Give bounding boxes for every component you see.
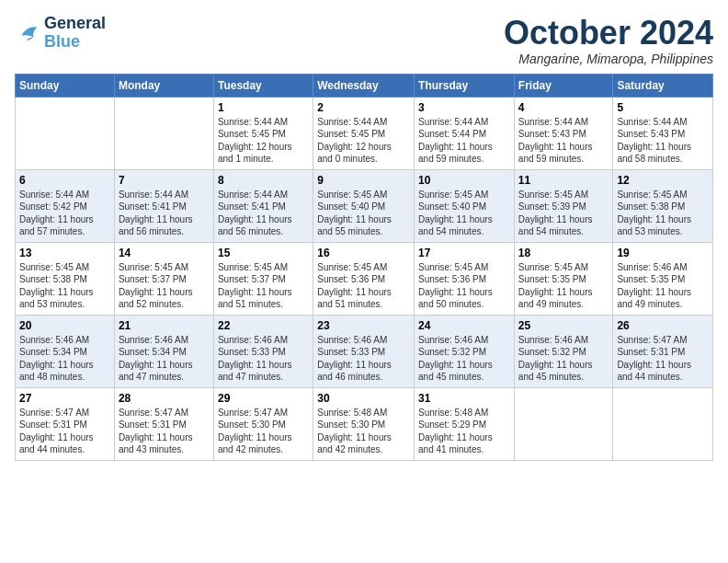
calendar-cell: 22Sunrise: 5:46 AM Sunset: 5:33 PM Dayli… [213, 315, 313, 387]
day-number: 25 [518, 319, 609, 332]
calendar-cell: 2Sunrise: 5:44 AM Sunset: 5:45 PM Daylig… [313, 97, 415, 169]
column-header-sunday: Sunday [16, 74, 115, 97]
week-row-0: 1Sunrise: 5:44 AM Sunset: 5:45 PM Daylig… [16, 97, 713, 169]
calendar-table: SundayMondayTuesdayWednesdayThursdayFrid… [15, 74, 713, 461]
column-header-monday: Monday [114, 74, 213, 97]
day-info: Sunrise: 5:45 AM Sunset: 5:39 PM Dayligh… [518, 189, 609, 238]
calendar-cell: 28Sunrise: 5:47 AM Sunset: 5:31 PM Dayli… [114, 387, 213, 460]
day-info: Sunrise: 5:44 AM Sunset: 5:41 PM Dayligh… [119, 189, 210, 238]
calendar-cell: 12Sunrise: 5:45 AM Sunset: 5:38 PM Dayli… [613, 169, 713, 242]
day-info: Sunrise: 5:44 AM Sunset: 5:43 PM Dayligh… [518, 116, 609, 166]
day-info: Sunrise: 5:44 AM Sunset: 5:43 PM Dayligh… [617, 116, 709, 166]
page-header: GeneralBlue October 2024 Mangarine, Mima… [15, 15, 713, 66]
day-info: Sunrise: 5:45 AM Sunset: 5:40 PM Dayligh… [317, 189, 410, 238]
day-info: Sunrise: 5:44 AM Sunset: 5:45 PM Dayligh… [218, 116, 309, 166]
day-info: Sunrise: 5:45 AM Sunset: 5:38 PM Dayligh… [19, 261, 110, 311]
day-info: Sunrise: 5:45 AM Sunset: 5:36 PM Dayligh… [317, 261, 410, 311]
calendar-cell: 11Sunrise: 5:45 AM Sunset: 5:39 PM Dayli… [514, 169, 613, 242]
day-number: 26 [617, 319, 709, 332]
day-info: Sunrise: 5:48 AM Sunset: 5:30 PM Dayligh… [317, 407, 410, 456]
calendar-cell: 10Sunrise: 5:45 AM Sunset: 5:40 PM Dayli… [415, 169, 515, 242]
day-info: Sunrise: 5:45 AM Sunset: 5:38 PM Dayligh… [617, 189, 709, 238]
calendar-cell: 20Sunrise: 5:46 AM Sunset: 5:34 PM Dayli… [16, 315, 115, 387]
day-number: 17 [418, 247, 510, 259]
day-number: 18 [518, 247, 609, 259]
day-number: 31 [418, 392, 510, 405]
day-number: 27 [19, 392, 110, 405]
day-number: 4 [518, 101, 609, 114]
day-info: Sunrise: 5:44 AM Sunset: 5:42 PM Dayligh… [19, 189, 110, 238]
calendar-cell: 14Sunrise: 5:45 AM Sunset: 5:37 PM Dayli… [114, 242, 213, 315]
calendar-cell: 29Sunrise: 5:47 AM Sunset: 5:30 PM Dayli… [213, 387, 313, 460]
day-info: Sunrise: 5:46 AM Sunset: 5:34 PM Dayligh… [19, 334, 110, 384]
day-info: Sunrise: 5:45 AM Sunset: 5:37 PM Dayligh… [218, 261, 309, 311]
calendar-cell: 16Sunrise: 5:45 AM Sunset: 5:36 PM Dayli… [313, 242, 415, 315]
day-number: 3 [418, 101, 510, 114]
calendar-cell [16, 97, 115, 169]
day-number: 24 [418, 319, 510, 332]
logo-icon [15, 20, 40, 46]
day-info: Sunrise: 5:46 AM Sunset: 5:33 PM Dayligh… [218, 334, 309, 384]
day-info: Sunrise: 5:46 AM Sunset: 5:33 PM Dayligh… [317, 334, 410, 384]
calendar-cell: 9Sunrise: 5:45 AM Sunset: 5:40 PM Daylig… [313, 169, 415, 242]
day-info: Sunrise: 5:45 AM Sunset: 5:35 PM Dayligh… [518, 261, 609, 311]
day-info: Sunrise: 5:47 AM Sunset: 5:31 PM Dayligh… [617, 334, 709, 384]
day-info: Sunrise: 5:47 AM Sunset: 5:31 PM Dayligh… [19, 407, 110, 456]
day-number: 20 [19, 319, 110, 332]
calendar-cell [514, 387, 613, 460]
week-row-3: 20Sunrise: 5:46 AM Sunset: 5:34 PM Dayli… [16, 315, 713, 387]
day-info: Sunrise: 5:44 AM Sunset: 5:41 PM Dayligh… [218, 189, 309, 238]
day-info: Sunrise: 5:45 AM Sunset: 5:40 PM Dayligh… [418, 189, 510, 238]
calendar-cell: 18Sunrise: 5:45 AM Sunset: 5:35 PM Dayli… [514, 242, 613, 315]
week-row-2: 13Sunrise: 5:45 AM Sunset: 5:38 PM Dayli… [16, 242, 713, 315]
location: Mangarine, Mimaropa, Philippines [504, 52, 713, 66]
month-title: October 2024 [504, 15, 713, 52]
day-info: Sunrise: 5:48 AM Sunset: 5:29 PM Dayligh… [418, 407, 510, 456]
column-header-thursday: Thursday [415, 74, 515, 97]
logo-text: GeneralBlue [44, 15, 106, 52]
day-number: 16 [317, 247, 410, 259]
calendar-cell: 13Sunrise: 5:45 AM Sunset: 5:38 PM Dayli… [16, 242, 115, 315]
calendar-cell: 5Sunrise: 5:44 AM Sunset: 5:43 PM Daylig… [613, 97, 713, 169]
day-number: 13 [19, 247, 110, 259]
calendar-cell [114, 97, 213, 169]
calendar-cell: 26Sunrise: 5:47 AM Sunset: 5:31 PM Dayli… [613, 315, 713, 387]
calendar-cell: 7Sunrise: 5:44 AM Sunset: 5:41 PM Daylig… [114, 169, 213, 242]
day-number: 28 [119, 392, 210, 405]
day-number: 23 [317, 319, 410, 332]
day-number: 29 [218, 392, 309, 405]
day-info: Sunrise: 5:44 AM Sunset: 5:44 PM Dayligh… [418, 116, 510, 166]
day-info: Sunrise: 5:46 AM Sunset: 5:35 PM Dayligh… [617, 261, 709, 311]
day-number: 21 [119, 319, 210, 332]
day-info: Sunrise: 5:45 AM Sunset: 5:36 PM Dayligh… [418, 261, 510, 311]
calendar-cell: 23Sunrise: 5:46 AM Sunset: 5:33 PM Dayli… [313, 315, 415, 387]
calendar-cell: 21Sunrise: 5:46 AM Sunset: 5:34 PM Dayli… [114, 315, 213, 387]
calendar-cell: 25Sunrise: 5:46 AM Sunset: 5:32 PM Dayli… [514, 315, 613, 387]
week-row-1: 6Sunrise: 5:44 AM Sunset: 5:42 PM Daylig… [16, 169, 713, 242]
calendar-cell: 4Sunrise: 5:44 AM Sunset: 5:43 PM Daylig… [514, 97, 613, 169]
day-number: 1 [218, 101, 309, 114]
week-row-4: 27Sunrise: 5:47 AM Sunset: 5:31 PM Dayli… [16, 387, 713, 460]
title-block: October 2024 Mangarine, Mimaropa, Philip… [504, 15, 713, 66]
calendar-cell: 3Sunrise: 5:44 AM Sunset: 5:44 PM Daylig… [415, 97, 515, 169]
day-info: Sunrise: 5:46 AM Sunset: 5:32 PM Dayligh… [518, 334, 609, 384]
day-number: 8 [218, 174, 309, 187]
calendar-cell: 15Sunrise: 5:45 AM Sunset: 5:37 PM Dayli… [213, 242, 313, 315]
calendar-cell: 31Sunrise: 5:48 AM Sunset: 5:29 PM Dayli… [415, 387, 515, 460]
day-number: 2 [317, 101, 410, 114]
column-header-friday: Friday [514, 74, 613, 97]
day-number: 5 [617, 101, 709, 114]
calendar-cell: 6Sunrise: 5:44 AM Sunset: 5:42 PM Daylig… [16, 169, 115, 242]
calendar-cell [613, 387, 713, 460]
calendar-header-row: SundayMondayTuesdayWednesdayThursdayFrid… [16, 74, 713, 97]
day-number: 30 [317, 392, 410, 405]
day-info: Sunrise: 5:46 AM Sunset: 5:34 PM Dayligh… [119, 334, 210, 384]
day-number: 11 [518, 174, 609, 187]
day-number: 22 [218, 319, 309, 332]
day-number: 7 [119, 174, 210, 187]
day-number: 15 [218, 247, 309, 259]
day-number: 6 [19, 174, 110, 187]
column-header-saturday: Saturday [613, 74, 713, 97]
day-number: 10 [418, 174, 510, 187]
logo: GeneralBlue [15, 15, 106, 52]
